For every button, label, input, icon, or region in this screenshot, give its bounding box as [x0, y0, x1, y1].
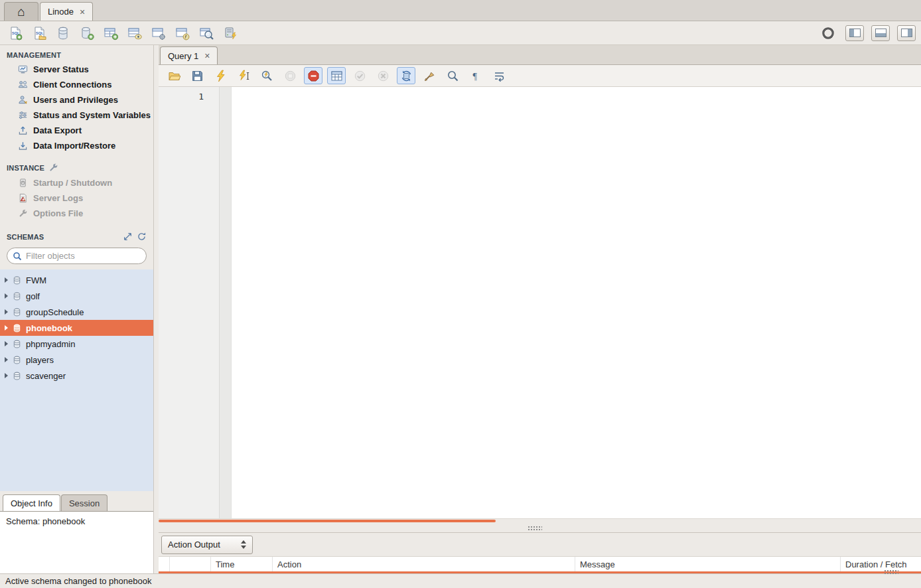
- schema-row-phpmyadmin[interactable]: phpmyadmin: [0, 336, 153, 352]
- open-script-button[interactable]: [165, 67, 183, 84]
- search-table-data-button[interactable]: [196, 24, 216, 42]
- new-schema-icon: [80, 26, 94, 40]
- splitter-grip[interactable]: [528, 526, 542, 531]
- explain-button[interactable]: [257, 67, 276, 84]
- wrap-text-button[interactable]: [490, 67, 508, 84]
- invisible-characters-button[interactable]: ¶: [466, 67, 485, 84]
- query-tab[interactable]: Query 1 ×: [160, 46, 218, 64]
- sidebar-item-server-status[interactable]: Server Status: [0, 62, 153, 77]
- reconnect-server-button[interactable]: [220, 24, 240, 42]
- expand-panel-icon[interactable]: [123, 232, 133, 242]
- schema-filter-input[interactable]: [26, 251, 141, 261]
- home-icon: ⌂: [17, 5, 25, 19]
- navigator-sidebar: MANAGEMENT Server Status Client Connecti…: [0, 45, 154, 573]
- tab-object-info[interactable]: Object Info: [3, 494, 60, 511]
- reconnect-server-icon: [223, 26, 238, 40]
- schema-row-phonebook[interactable]: phonebook: [0, 320, 153, 336]
- stop-button[interactable]: [281, 67, 299, 84]
- new-table-button[interactable]: [101, 24, 121, 42]
- column-header-time: Time: [211, 557, 273, 571]
- schema-icon: [12, 371, 22, 381]
- broom-icon: [423, 70, 436, 82]
- sql-code-editor[interactable]: 1: [159, 87, 921, 519]
- rollback-button[interactable]: [374, 67, 392, 84]
- output-table-header: Time Action Message Duration / Fetch: [159, 556, 921, 571]
- open-sql-script-icon: SQL: [32, 26, 46, 40]
- find-button[interactable]: [443, 67, 462, 84]
- line-number-gutter: 1: [159, 87, 220, 518]
- code-folding-margin: [220, 87, 232, 518]
- expander-icon[interactable]: [5, 309, 8, 315]
- toggle-left-sidebar-button[interactable]: [845, 25, 864, 41]
- toggle-stop-on-error-button[interactable]: [304, 67, 322, 84]
- open-folder-icon: [168, 70, 180, 82]
- instance-section-title: INSTANCE: [0, 153, 153, 175]
- expander-icon[interactable]: [5, 293, 8, 299]
- query-tab-close-icon[interactable]: ×: [204, 51, 210, 60]
- sidebar-item-users-privileges[interactable]: Users and Privileges: [0, 92, 153, 108]
- output-splitter[interactable]: [159, 523, 921, 532]
- output-type-select[interactable]: Action Output: [161, 536, 253, 554]
- schema-row-fwm[interactable]: FWM: [0, 272, 153, 288]
- execute-current-button[interactable]: [234, 67, 253, 84]
- client-connections-icon: [18, 80, 28, 90]
- sidebar-splitter[interactable]: [154, 45, 159, 573]
- schema-row-scavenger[interactable]: scavenger: [0, 368, 153, 384]
- connection-indicator-button[interactable]: [818, 24, 838, 42]
- expander-icon[interactable]: [5, 373, 8, 378]
- connection-tab-close-icon[interactable]: ×: [80, 7, 85, 17]
- results-grid-icon: [330, 70, 343, 82]
- expander-icon[interactable]: [5, 341, 8, 346]
- search-icon: [13, 252, 22, 261]
- schema-row-players[interactable]: players: [0, 352, 153, 368]
- database-button[interactable]: [53, 24, 73, 42]
- options-wrench-icon: [18, 208, 28, 218]
- spinner-icon: [241, 540, 246, 549]
- sidebar-item-data-import[interactable]: Data Import/Restore: [0, 138, 153, 153]
- home-tab[interactable]: ⌂: [4, 2, 38, 21]
- execute-button[interactable]: [211, 67, 230, 84]
- splitter-grip[interactable]: [884, 569, 898, 575]
- column-header-icon: [159, 557, 170, 571]
- stop-icon: [284, 70, 297, 82]
- left-panel-icon: [849, 29, 861, 37]
- new-query-tab-button[interactable]: SQL: [5, 24, 25, 42]
- sidebar-item-options-file[interactable]: Options File: [0, 206, 153, 221]
- open-sql-script-button[interactable]: SQL: [29, 24, 49, 42]
- scrollbar-thumb[interactable]: [159, 520, 496, 522]
- sidebar-item-startup-shutdown[interactable]: Startup / Shutdown: [0, 175, 153, 190]
- limit-rows-button[interactable]: [327, 67, 346, 84]
- toggle-right-sidebar-button[interactable]: [897, 25, 916, 41]
- new-procedure-button[interactable]: [149, 24, 169, 42]
- line-number: 1: [198, 92, 204, 102]
- toggle-output-area-button[interactable]: [871, 25, 890, 41]
- code-text-area[interactable]: [232, 87, 921, 518]
- expander-icon[interactable]: [5, 357, 8, 362]
- output-horizontal-scrollbar[interactable]: [159, 571, 921, 573]
- expander-icon[interactable]: [5, 325, 8, 331]
- schema-row-golf[interactable]: golf: [0, 288, 153, 304]
- tab-session[interactable]: Session: [61, 494, 107, 511]
- new-function-button[interactable]: f: [173, 24, 192, 42]
- svg-text:A: A: [23, 198, 25, 201]
- beautify-button[interactable]: [420, 67, 439, 84]
- import-icon: [18, 141, 28, 151]
- new-view-button[interactable]: [125, 24, 145, 42]
- expander-icon[interactable]: [5, 277, 8, 283]
- sidebar-item-server-logs[interactable]: A Server Logs: [0, 190, 153, 206]
- sidebar-item-data-export[interactable]: Data Export: [0, 123, 153, 138]
- connection-tab[interactable]: Linode ×: [40, 2, 93, 21]
- column-header-duration: Duration / Fetch: [841, 557, 921, 571]
- sql-editor-toolbar: ¶: [159, 65, 921, 87]
- svg-text:SQL: SQL: [36, 31, 44, 35]
- management-section-title: MANAGEMENT: [0, 45, 153, 62]
- commit-button[interactable]: [350, 67, 369, 84]
- new-schema-button[interactable]: [77, 24, 97, 42]
- toggle-autocommit-button[interactable]: [397, 67, 415, 84]
- database-icon: [56, 26, 70, 40]
- save-script-button[interactable]: [188, 67, 206, 84]
- schema-row-groupschedule[interactable]: groupSchedule: [0, 304, 153, 320]
- sidebar-item-system-variables[interactable]: Status and System Variables: [0, 108, 153, 123]
- sidebar-item-client-connections[interactable]: Client Connections: [0, 77, 153, 92]
- refresh-icon[interactable]: [137, 232, 147, 242]
